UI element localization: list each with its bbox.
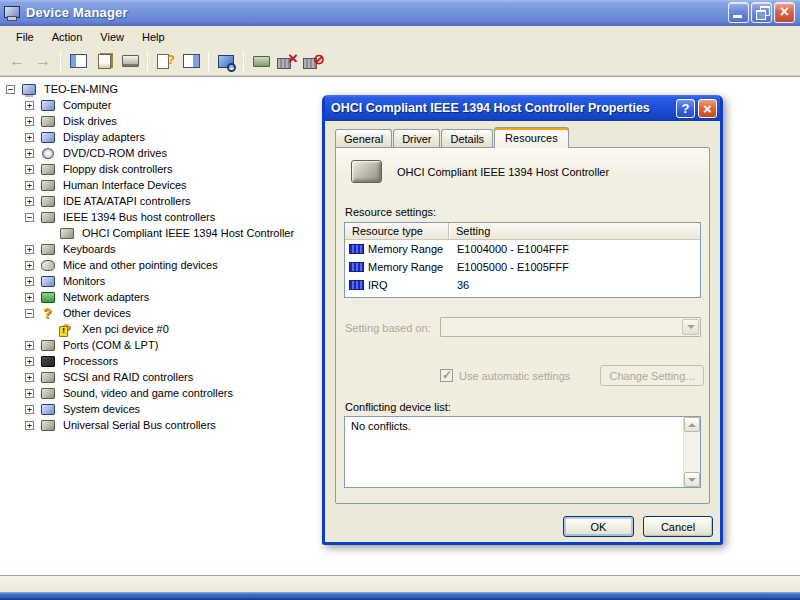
resource-type-cell: IRQ bbox=[345, 279, 449, 291]
disable-button[interactable] bbox=[275, 50, 299, 73]
computer-device-icon bbox=[40, 99, 57, 112]
tree-item-label: Network adapters bbox=[61, 291, 151, 303]
show-hide-console-tree-button[interactable] bbox=[66, 50, 90, 73]
menu-help[interactable]: Help bbox=[133, 29, 174, 45]
tree-item-label: IEEE 1394 Bus host controllers bbox=[61, 211, 217, 223]
plus-expander-icon[interactable]: + bbox=[25, 293, 34, 302]
tree-item-label: Floppy disk controllers bbox=[61, 163, 174, 175]
scsi-controller-icon bbox=[40, 371, 57, 384]
resources-tab-page: OHCI Compliant IEEE 1394 Host Controller… bbox=[335, 147, 710, 504]
ieee1394-device-icon bbox=[351, 160, 382, 183]
scroll-down-icon[interactable] bbox=[684, 472, 700, 487]
show-action-pane-button[interactable] bbox=[179, 50, 203, 73]
ok-button[interactable]: OK bbox=[563, 516, 634, 537]
menu-file[interactable]: File bbox=[7, 29, 43, 45]
plus-expander-icon[interactable]: + bbox=[25, 181, 34, 190]
plus-expander-icon[interactable]: + bbox=[25, 389, 34, 398]
monitor-icon bbox=[40, 275, 57, 288]
change-setting-button: Change Setting... bbox=[600, 365, 704, 386]
tree-item-label: DVD/CD-ROM drives bbox=[61, 147, 169, 159]
plus-expander-icon[interactable]: + bbox=[25, 197, 34, 206]
toolbar bbox=[0, 47, 800, 76]
update-driver-button[interactable] bbox=[249, 50, 273, 73]
plus-expander-icon[interactable]: + bbox=[25, 421, 34, 430]
resource-row[interactable]: Memory RangeE1004000 - E1004FFF bbox=[345, 240, 700, 258]
tree-item-label: Universal Serial Bus controllers bbox=[61, 419, 218, 431]
question-icon bbox=[40, 307, 57, 320]
question-warning-icon bbox=[59, 323, 76, 336]
plus-expander-icon[interactable]: + bbox=[25, 357, 34, 366]
mouse-icon bbox=[40, 259, 57, 272]
resource-setting: 36 bbox=[449, 279, 700, 291]
memory-chip-icon bbox=[349, 262, 364, 272]
resource-table-body: Memory RangeE1004000 - E1004FFFMemory Ra… bbox=[345, 240, 700, 294]
plus-expander-icon[interactable]: + bbox=[25, 117, 34, 126]
resource-row[interactable]: Memory RangeE1005000 - E1005FFF bbox=[345, 258, 700, 276]
tree-item-label: IDE ATA/ATAPI controllers bbox=[61, 195, 193, 207]
minus-expander-icon[interactable]: − bbox=[25, 213, 34, 222]
scan-hardware-changes-button[interactable] bbox=[214, 50, 238, 73]
minus-expander-icon[interactable]: − bbox=[6, 85, 15, 94]
dialog-close-button[interactable] bbox=[698, 99, 717, 118]
tab-general[interactable]: General bbox=[335, 129, 392, 147]
memory-chip-icon bbox=[349, 244, 364, 254]
minimize-button[interactable] bbox=[728, 2, 749, 23]
window-titlebar[interactable]: Device Manager bbox=[0, 0, 800, 26]
serial-port-icon bbox=[40, 339, 57, 352]
tree-item-label: SCSI and RAID controllers bbox=[61, 371, 195, 383]
cancel-button[interactable]: Cancel bbox=[643, 516, 713, 537]
plus-expander-icon[interactable]: + bbox=[25, 373, 34, 382]
tree-item-label: Disk drives bbox=[61, 115, 119, 127]
device-manager-icon bbox=[4, 6, 20, 20]
combobox-dropdown-icon bbox=[682, 319, 699, 335]
forward-button bbox=[31, 50, 55, 73]
properties-button[interactable] bbox=[92, 50, 116, 73]
plus-expander-icon[interactable]: + bbox=[25, 101, 34, 110]
dialog-title: OHCI Compliant IEEE 1394 Host Controller… bbox=[331, 101, 673, 115]
column-header-setting[interactable]: Setting bbox=[449, 223, 700, 239]
resource-type: IRQ bbox=[368, 279, 388, 291]
dialog-help-button[interactable] bbox=[676, 99, 695, 118]
minus-expander-icon[interactable]: − bbox=[25, 309, 34, 318]
plus-expander-icon[interactable]: + bbox=[25, 261, 34, 270]
menu-view[interactable]: View bbox=[91, 29, 133, 45]
print-button[interactable] bbox=[118, 50, 142, 73]
dialog-titlebar[interactable]: OHCI Compliant IEEE 1394 Host Controller… bbox=[324, 95, 721, 121]
tab-driver[interactable]: Driver bbox=[393, 129, 440, 147]
column-header-resource-type[interactable]: Resource type bbox=[345, 223, 449, 239]
plus-expander-icon[interactable]: + bbox=[25, 149, 34, 158]
resource-table-header: Resource typeSetting bbox=[345, 223, 700, 240]
device-header: OHCI Compliant IEEE 1394 Host Controller bbox=[351, 160, 609, 183]
disk-drive-icon bbox=[40, 115, 57, 128]
uninstall-button[interactable] bbox=[301, 50, 325, 73]
restore-button[interactable] bbox=[751, 2, 772, 23]
plus-expander-icon[interactable]: + bbox=[25, 405, 34, 414]
tree-item-label: System devices bbox=[61, 403, 142, 415]
tab-resources[interactable]: Resources bbox=[494, 127, 569, 148]
use-automatic-settings-checkbox bbox=[440, 369, 453, 382]
floppy-controller-icon bbox=[40, 163, 57, 176]
help-button[interactable] bbox=[153, 50, 177, 73]
plus-expander-icon[interactable]: + bbox=[25, 277, 34, 286]
tree-item-label: Computer bbox=[61, 99, 113, 111]
conflict-list-scrollbar[interactable] bbox=[683, 417, 700, 487]
conflicting-device-list: No conflicts. bbox=[344, 416, 701, 488]
plus-expander-icon[interactable]: + bbox=[25, 341, 34, 350]
window-title: Device Manager bbox=[26, 5, 726, 20]
resource-setting: E1005000 - E1005FFF bbox=[449, 261, 700, 273]
toolbar-separator bbox=[60, 52, 61, 71]
use-automatic-settings-label: Use automatic settings bbox=[459, 370, 570, 382]
plus-expander-icon[interactable]: + bbox=[25, 165, 34, 174]
ide-controller-icon bbox=[40, 195, 57, 208]
setting-based-on-combobox bbox=[440, 317, 701, 337]
conflict-text: No conflicts. bbox=[345, 417, 700, 435]
display-adapter-icon bbox=[40, 131, 57, 144]
close-button[interactable] bbox=[774, 2, 795, 23]
usb-controller-icon bbox=[40, 419, 57, 432]
scroll-up-icon[interactable] bbox=[684, 417, 700, 432]
plus-expander-icon[interactable]: + bbox=[25, 245, 34, 254]
tab-details[interactable]: Details bbox=[441, 129, 493, 147]
resource-row[interactable]: IRQ36 bbox=[345, 276, 700, 294]
menu-action[interactable]: Action bbox=[43, 29, 92, 45]
plus-expander-icon[interactable]: + bbox=[25, 133, 34, 142]
